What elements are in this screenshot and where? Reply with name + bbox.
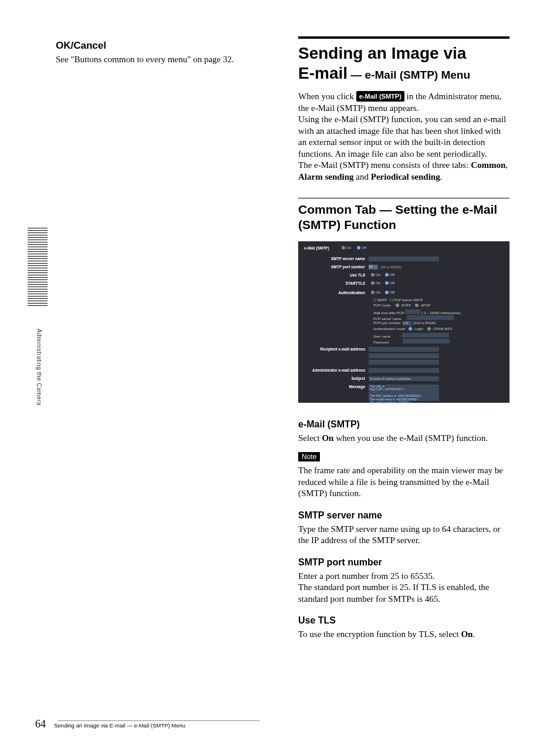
ok-cancel-heading: OK/Cancel <box>56 40 258 52</box>
smtp-server-heading: SMTP server name <box>298 510 510 521</box>
margin-decoration <box>28 228 48 308</box>
footer: 64 Sending an Image via E-mail — e-Mail … <box>35 718 185 730</box>
settings-screenshot: e-Mail (SMTP)OnOff SMTP server name SMTP… <box>298 241 510 403</box>
smtp-server-text: Type the SMTP server name using up to 64… <box>298 524 510 547</box>
note-label: Note <box>298 452 320 461</box>
footer-title: Sending an Image via E-mail — e-Mail (SM… <box>54 722 185 729</box>
email-smtp-button-label: e-Mail (SMTP) <box>356 91 404 102</box>
intro-p2: Using the e-Mail (SMTP) function, you ca… <box>298 114 510 160</box>
intro-p3: The e-Mail (SMTP) menu consists of three… <box>298 160 510 183</box>
smtp-port-heading: SMTP port number <box>298 557 510 568</box>
title-line2b: — e-Mail (SMTP) Menu <box>348 69 470 81</box>
intro-p1: When you click e-Mail (SMTP) in the Admi… <box>298 91 510 114</box>
left-column: OK/Cancel See "Buttons common to every m… <box>56 40 258 66</box>
email-smtp-heading: e-Mail (SMTP) <box>298 419 510 430</box>
use-tls-text: To use the encryption function by TLS, s… <box>298 629 510 641</box>
smtp-port-text: Enter a port number from 25 to 65535. Th… <box>298 571 510 605</box>
note-text: The frame rate and operability on the ma… <box>298 465 510 500</box>
use-tls-heading: Use TLS <box>298 615 510 626</box>
heading-rule <box>298 36 510 39</box>
page-number: 64 <box>35 718 46 730</box>
title-line1: Sending an Image via <box>298 44 466 62</box>
ok-cancel-text: See "Buttons common to every menu" on pa… <box>56 54 258 66</box>
email-smtp-text: Select On when you use the e-Mail (SMTP)… <box>298 433 510 444</box>
main-heading: Sending an Image via E-mail — e-Mail (SM… <box>298 43 510 83</box>
section-rule <box>298 198 510 198</box>
title-line2a: E-mail <box>298 64 348 82</box>
section-heading: Common Tab — Setting the e-Mail (SMTP) F… <box>298 202 510 233</box>
sidebar-section-label: Administrating the Camera <box>36 329 42 406</box>
right-column: Sending an Image via E-mail — e-Mail (SM… <box>298 36 510 641</box>
